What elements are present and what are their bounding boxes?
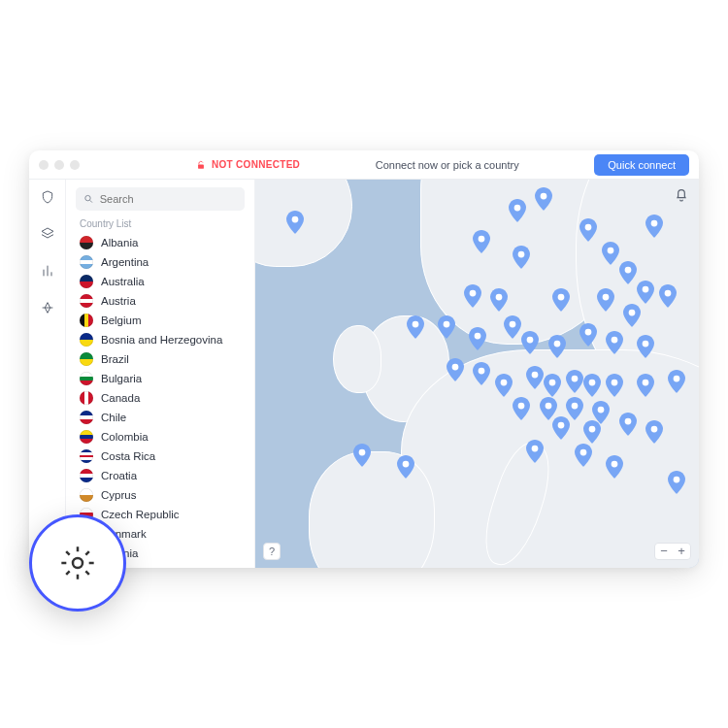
country-row[interactable]: Chile — [76, 408, 245, 427]
search-input[interactable] — [100, 193, 237, 205]
server-pin[interactable] — [579, 218, 597, 242]
server-pin[interactable] — [438, 315, 455, 339]
svg-point-24 — [584, 329, 591, 336]
country-row[interactable]: Costa Rica — [76, 447, 245, 466]
flag-icon — [80, 352, 93, 366]
svg-point-45 — [532, 446, 539, 452]
server-pin[interactable] — [606, 455, 623, 479]
flag-icon — [80, 488, 93, 502]
server-pin[interactable] — [447, 358, 464, 381]
svg-point-43 — [625, 418, 632, 425]
server-pin[interactable] — [566, 370, 583, 393]
server-pin[interactable] — [397, 455, 414, 479]
server-pin[interactable] — [659, 284, 677, 308]
shield-icon[interactable] — [40, 189, 55, 209]
server-pin[interactable] — [513, 246, 530, 269]
server-pin[interactable] — [637, 374, 654, 397]
server-pin[interactable] — [473, 362, 490, 385]
svg-point-2 — [292, 216, 299, 223]
server-pin[interactable] — [509, 199, 526, 222]
svg-point-13 — [496, 294, 503, 301]
server-pin[interactable] — [286, 211, 304, 234]
stats-icon[interactable] — [40, 263, 55, 282]
country-row[interactable]: Colombia — [76, 427, 245, 447]
notifications-button[interactable] — [674, 187, 689, 207]
land-iberia — [309, 451, 435, 568]
server-pin[interactable] — [353, 444, 371, 467]
country-name: Albania — [101, 237, 138, 248]
server-pin[interactable] — [637, 281, 654, 304]
server-pin[interactable] — [668, 370, 685, 393]
zoom-out-button[interactable]: − — [655, 544, 673, 559]
zoom-in-button[interactable]: + — [673, 544, 690, 559]
server-pin[interactable] — [526, 440, 544, 463]
server-pin[interactable] — [623, 304, 641, 327]
server-pin[interactable] — [619, 413, 637, 436]
svg-point-37 — [518, 403, 525, 410]
svg-point-47 — [612, 461, 618, 468]
layers-icon[interactable] — [40, 226, 55, 246]
country-row[interactable]: Belgium — [76, 311, 245, 330]
country-name: Bosnia and Herzegovina — [101, 334, 222, 346]
country-row[interactable]: Bulgaria — [76, 369, 245, 388]
server-pin[interactable] — [552, 416, 570, 440]
flag-icon — [80, 314, 93, 327]
help-button[interactable]: ? — [263, 543, 281, 560]
server-pin[interactable] — [619, 261, 637, 284]
quick-connect-button[interactable]: Quick connect — [594, 154, 689, 176]
server-pin[interactable] — [535, 187, 552, 211]
server-pin[interactable] — [602, 242, 619, 265]
country-row[interactable]: Argentina — [76, 252, 245, 272]
country-row[interactable]: Croatia — [76, 466, 245, 485]
country-row[interactable]: Cyprus — [76, 485, 245, 505]
server-pin[interactable] — [645, 215, 663, 238]
svg-point-12 — [470, 290, 477, 297]
server-pin[interactable] — [473, 230, 490, 253]
server-pin[interactable] — [544, 374, 561, 397]
server-pin[interactable] — [637, 335, 654, 358]
mesh-icon[interactable] — [40, 300, 55, 319]
window-controls[interactable] — [39, 160, 80, 170]
svg-point-14 — [558, 294, 565, 301]
flag-icon — [80, 294, 93, 308]
server-pin[interactable] — [521, 331, 539, 354]
settings-highlight[interactable] — [29, 514, 126, 612]
server-pin[interactable] — [606, 331, 623, 354]
server-pin[interactable] — [469, 327, 486, 350]
country-name: Cyprus — [101, 489, 136, 501]
server-pin[interactable] — [495, 374, 513, 397]
svg-point-7 — [584, 224, 591, 231]
server-pin[interactable] — [407, 315, 424, 339]
server-pin[interactable] — [526, 366, 544, 389]
server-pin[interactable] — [606, 374, 623, 397]
server-pin[interactable] — [668, 471, 685, 494]
svg-rect-0 — [198, 164, 204, 168]
country-row[interactable]: Bosnia and Herzegovina — [76, 330, 245, 349]
country-name: Bulgaria — [101, 373, 142, 384]
server-pin[interactable] — [548, 335, 566, 358]
server-pin[interactable] — [583, 420, 601, 444]
country-row[interactable]: Austria — [76, 291, 245, 311]
country-row[interactable]: Brazil — [76, 349, 245, 369]
country-row[interactable]: Canada — [76, 388, 245, 408]
search-box[interactable] — [76, 187, 245, 211]
server-pin[interactable] — [552, 288, 570, 312]
server-pin[interactable] — [513, 397, 530, 420]
map-view[interactable]: ? − + — [255, 180, 699, 568]
server-pin[interactable] — [645, 420, 663, 444]
server-pin[interactable] — [583, 374, 601, 397]
country-row[interactable]: Albania — [76, 233, 245, 252]
flag-icon — [80, 469, 93, 482]
country-name: Chile — [101, 412, 126, 423]
server-pin[interactable] — [597, 288, 614, 312]
zoom-controls: − + — [654, 543, 691, 560]
land-ireland — [333, 325, 381, 393]
server-pin[interactable] — [464, 284, 481, 308]
svg-point-8 — [607, 248, 613, 254]
server-pin[interactable] — [490, 288, 508, 312]
server-pin[interactable] — [504, 315, 521, 339]
country-row[interactable]: Australia — [76, 272, 245, 291]
app-window: NOT CONNECTED Connect now or pick a coun… — [29, 150, 699, 568]
server-pin[interactable] — [579, 323, 597, 347]
server-pin[interactable] — [575, 444, 592, 467]
